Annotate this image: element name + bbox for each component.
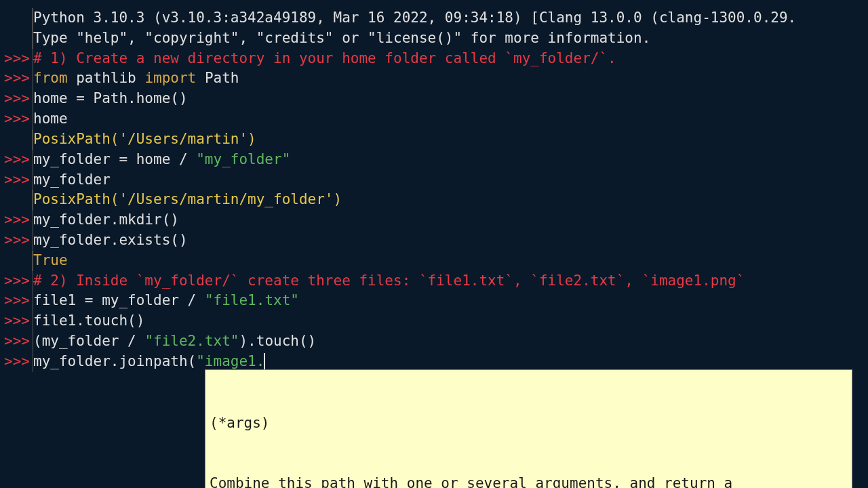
python-banner-line1: Python 3.10.3 (v3.10.3:a342a49189, Mar 1… (33, 8, 796, 28)
code-line: (my_folder / "file2.txt").touch() (33, 331, 316, 352)
repl-prompt: >>> (0, 89, 33, 109)
repl-output: True (33, 251, 68, 271)
code-line: my_folder.exists() (33, 230, 188, 251)
code-line: home (33, 109, 68, 129)
repl-prompt: >>> (0, 210, 33, 230)
code-line: my_folder = home / "my_folder" (33, 150, 290, 170)
comment-step1: # 1) Create a new directory in your home… (33, 49, 616, 69)
repl-prompt: >>> (0, 49, 33, 69)
repl-prompt: >>> (0, 68, 33, 89)
code-line: home = Path.home() (33, 89, 188, 109)
python-banner-line2: Type "help", "copyright", "credits" or "… (33, 28, 650, 49)
code-line: my_folder.mkdir() (33, 210, 179, 230)
comment-step2: # 2) Inside `my_folder/` create three fi… (33, 271, 745, 291)
code-line: file1.touch() (33, 311, 144, 331)
repl-prompt: >>> (0, 230, 33, 251)
calltip-signature: (*args) (210, 413, 848, 434)
repl-prompt: >>> (0, 291, 33, 311)
cursor-icon (264, 353, 265, 369)
repl-prompt: >>> (0, 109, 33, 129)
repl-prompt: >>> (0, 271, 33, 291)
repl-prompt: >>> (0, 311, 33, 331)
repl-prompt: >>> (0, 331, 33, 352)
repl-prompt: >>> (0, 150, 33, 170)
code-import: from pathlib import Path (33, 68, 239, 89)
repl-prompt: >>> (0, 352, 33, 372)
repl-output: PosixPath('/Users/martin') (33, 129, 256, 150)
code-line: file1 = my_folder / "file1.txt" (33, 291, 299, 311)
terminal-output[interactable]: Python 3.10.3 (v3.10.3:a342a49189, Mar 1… (0, 0, 868, 372)
repl-output: PosixPath('/Users/martin/my_folder') (33, 190, 342, 210)
calltip-doc: Combine this path with one or several ar… (210, 474, 848, 488)
calltip-tooltip: (*args) Combine this path with one or se… (205, 369, 852, 488)
code-line: my_folder (33, 170, 111, 190)
repl-prompt: >>> (0, 170, 33, 190)
